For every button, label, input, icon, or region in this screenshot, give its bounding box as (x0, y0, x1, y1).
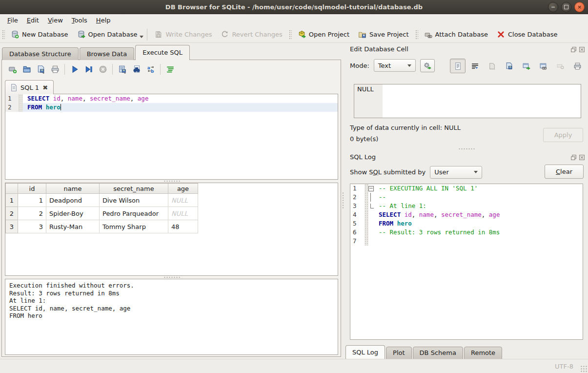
tab-execute-sql[interactable]: Execute SQL (135, 45, 190, 60)
code-line[interactable]: 7 (350, 237, 583, 246)
open-sql-file-button[interactable] (20, 63, 33, 76)
menu-edit[interactable]: Edit (22, 15, 43, 25)
mode-select[interactable]: Text (374, 59, 416, 72)
row-number[interactable]: 3 (6, 220, 18, 233)
print-cell-button[interactable] (569, 59, 585, 73)
open-database-dropdown[interactable] (140, 36, 143, 38)
open-database-button[interactable]: Open Database (73, 28, 142, 41)
text-mode-button[interactable] (450, 59, 466, 73)
new-database-button[interactable]: New Database (6, 28, 73, 41)
column-header-id[interactable]: id (18, 184, 46, 194)
write-changes-label: Write Changes (165, 31, 212, 38)
svg-text:b: b (151, 69, 154, 74)
tab-remote[interactable]: Remote (464, 347, 502, 359)
new-sql-tab-button[interactable] (6, 63, 19, 76)
table-cell[interactable]: 1 (18, 194, 46, 207)
auto-apply-button[interactable] (420, 59, 435, 72)
execute-all-button[interactable] (68, 63, 81, 76)
cell-value-editor[interactable]: NULL (354, 84, 581, 118)
open-project-button[interactable]: Open Project (293, 28, 354, 41)
stop-execution-button (96, 63, 109, 76)
float-panel-button[interactable] (570, 46, 577, 53)
print-sql-button[interactable] (48, 63, 61, 76)
find-replace-button[interactable]: a b (144, 63, 157, 76)
maximize-button[interactable] (561, 2, 571, 12)
menu-view[interactable]: View (43, 15, 67, 25)
export-data-button[interactable] (501, 59, 517, 73)
code-line[interactable]: 2FROM hero (5, 103, 338, 112)
code-line[interactable]: 3-- At line 1: (350, 202, 583, 210)
open-in-external-button[interactable] (518, 59, 534, 73)
attach-database-icon (424, 30, 432, 39)
column-header-age[interactable]: age (168, 184, 198, 194)
vertical-splitter-handle[interactable] (341, 43, 345, 357)
column-header-name[interactable]: name (46, 184, 100, 194)
copy-link-button[interactable] (535, 59, 551, 73)
svg-text:a: a (147, 65, 150, 70)
close-panel-button[interactable] (578, 154, 585, 161)
save-sql-file-button[interactable] (34, 63, 47, 76)
float-panel-button[interactable] (570, 154, 577, 161)
table-cell[interactable]: Dive Wilson (100, 194, 168, 207)
row-number[interactable]: 1 (6, 194, 18, 207)
close-database-icon (497, 30, 505, 39)
table-cell[interactable]: 3 (18, 220, 46, 233)
splitter-handle[interactable] (345, 147, 588, 150)
sql-editor[interactable]: 1SELECT id, name, secret_name, age2FROM … (5, 94, 338, 180)
code-line[interactable]: 2-- (350, 193, 583, 202)
table-cell[interactable]: Deadpond (46, 194, 100, 207)
code-line[interactable]: 6-- Result: 3 rows returned in 8ms (350, 228, 583, 237)
toolbar-drag-handle[interactable] (1, 29, 5, 40)
sql-document-tab[interactable]: SQL 1 ✖ (5, 80, 54, 94)
format-sql-button[interactable] (163, 63, 177, 76)
find-replace-icon: a b (146, 65, 155, 74)
tab-close-icon[interactable]: ✖ (42, 84, 48, 91)
attach-database-button[interactable]: Attach Database (420, 28, 492, 41)
toolbar-drag-handle[interactable] (415, 29, 418, 40)
sql-log-view[interactable]: 1-- EXECUTING ALL IN 'SQL 1'2--3-- At li… (350, 184, 583, 340)
fold-marker[interactable] (368, 184, 374, 193)
menu-help[interactable]: Help (92, 15, 115, 25)
title-bar[interactable]: DB Browser for SQLite - /home/user/code/… (0, 0, 588, 14)
mode-value: Text (378, 62, 391, 69)
new-sql-tab-icon (8, 65, 17, 74)
menu-tools[interactable]: Tools (67, 15, 92, 25)
save-project-icon (358, 30, 366, 39)
code-line[interactable]: 4SELECT id, name, secret_name, age (350, 210, 583, 219)
corner-header[interactable] (6, 184, 18, 194)
word-wrap-button[interactable] (467, 59, 483, 73)
close-database-button[interactable]: Close Database (492, 28, 562, 41)
table-cell[interactable]: NULL (168, 194, 198, 207)
code-line[interactable]: 1-- EXECUTING ALL IN 'SQL 1' (350, 184, 583, 193)
tab-browse-data[interactable]: Browse Data (80, 47, 135, 60)
tab-plot[interactable]: Plot (386, 347, 412, 359)
tab-database-structure[interactable]: Database Structure (2, 47, 79, 60)
save-results-button[interactable] (116, 63, 129, 76)
row-number[interactable]: 2 (6, 207, 18, 220)
minimize-button[interactable]: − (548, 2, 558, 12)
execute-current-line-button[interactable] (82, 63, 95, 76)
menu-file[interactable]: File (3, 15, 22, 25)
code-line[interactable]: 1SELECT id, name, secret_name, age (5, 94, 338, 103)
table-cell[interactable]: 48 (168, 220, 198, 233)
fold-marker (368, 202, 374, 210)
close-panel-button[interactable] (578, 46, 585, 53)
table-cell[interactable]: NULL (168, 207, 198, 220)
tab-sql-log[interactable]: SQL Log (345, 345, 385, 359)
column-header-secret_name[interactable]: secret_name (100, 184, 168, 194)
table-cell[interactable]: Spider-Boy (46, 207, 100, 220)
tab-db-schema[interactable]: DB Schema (413, 347, 463, 359)
table-cell[interactable]: 2 (18, 207, 46, 220)
resize-grip[interactable] (580, 365, 587, 372)
table-cell[interactable]: Pedro Parqueador (100, 207, 168, 220)
toolbar-drag-handle[interactable] (288, 29, 292, 40)
table-cell[interactable]: Rusty-Man (46, 220, 100, 233)
link-icon (539, 62, 547, 70)
submitted-by-select[interactable]: User (430, 166, 482, 179)
close-button[interactable]: × (574, 2, 585, 12)
table-cell[interactable]: Tommy Sharp (100, 220, 168, 233)
clear-log-button[interactable]: Clear (545, 165, 584, 179)
code-line[interactable]: 5FROM hero (350, 219, 583, 228)
save-project-button[interactable]: Save Project (354, 28, 413, 41)
find-button[interactable] (130, 63, 143, 76)
